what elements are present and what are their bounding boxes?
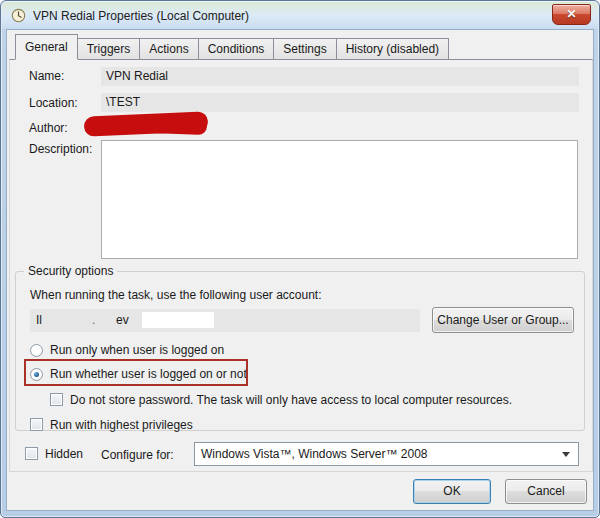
checkbox-do-not-store-password[interactable] <box>50 393 63 406</box>
tab-triggers[interactable]: Triggers <box>77 38 141 59</box>
tab-history[interactable]: History (disabled) <box>336 38 449 59</box>
window-title: VPN Redial Properties (Local Computer) <box>33 9 249 23</box>
tab-conditions[interactable]: Conditions <box>198 38 275 59</box>
security-options-legend: Security options <box>24 264 117 278</box>
task-scheduler-clock-icon <box>11 8 26 23</box>
user-account-erased-area <box>142 312 214 328</box>
tab-settings[interactable]: Settings <box>273 38 336 59</box>
configure-for-dropdown[interactable]: Windows Vista™, Windows Server™ 2008 <box>194 442 579 466</box>
close-icon: ✕ <box>566 7 576 21</box>
cancel-button[interactable]: Cancel <box>505 479 587 504</box>
user-account-field: Il . ev <box>30 309 420 332</box>
security-options-group: Security options When running the task, … <box>15 271 585 431</box>
ok-button[interactable]: OK <box>413 479 491 504</box>
radio-run-only-when-logged-on-label[interactable]: Run only when user is logged on <box>50 343 224 357</box>
checkbox-run-highest-privileges[interactable] <box>30 418 43 431</box>
chevron-down-icon <box>562 452 570 457</box>
name-field: VPN Redial <box>101 67 579 86</box>
user-account-fragment: . <box>92 309 95 332</box>
close-button[interactable]: ✕ <box>552 4 591 25</box>
radio-run-whether-logged-on-or-not[interactable] <box>30 368 43 381</box>
checkbox-hidden[interactable] <box>25 447 38 460</box>
tab-strip: General Triggers Actions Conditions Sett… <box>15 34 449 59</box>
configure-for-value: Windows Vista™, Windows Server™ 2008 <box>201 447 428 461</box>
description-label: Description: <box>29 142 92 156</box>
author-redaction-scribble <box>149 116 208 135</box>
account-instruction-label: When running the task, use the following… <box>30 288 322 302</box>
description-textarea[interactable] <box>101 140 578 259</box>
name-label: Name: <box>29 69 64 83</box>
tab-general[interactable]: General <box>15 34 78 60</box>
user-account-fragment: Il <box>36 309 42 332</box>
user-account-fragment: ev <box>116 309 129 332</box>
location-label: Location: <box>29 96 78 110</box>
title-bar[interactable]: VPN Redial Properties (Local Computer) ✕ <box>2 2 598 29</box>
checkbox-do-not-store-password-label[interactable]: Do not store password. The task will onl… <box>70 393 512 407</box>
checkbox-run-highest-privileges-label[interactable]: Run with highest privileges <box>50 418 193 432</box>
checkbox-hidden-label[interactable]: Hidden <box>45 447 83 461</box>
radio-run-whether-logged-on-or-not-label[interactable]: Run whether user is logged on or not <box>50 367 247 381</box>
change-user-or-group-button[interactable]: Change User or Group... <box>432 307 574 333</box>
tab-actions[interactable]: Actions <box>139 38 198 59</box>
location-field: \TEST <box>101 93 579 112</box>
window-frame: VPN Redial Properties (Local Computer) ✕… <box>0 0 600 518</box>
configure-for-label: Configure for: <box>101 448 174 462</box>
author-label: Author: <box>29 121 68 135</box>
radio-run-only-when-logged-on[interactable] <box>30 344 43 357</box>
